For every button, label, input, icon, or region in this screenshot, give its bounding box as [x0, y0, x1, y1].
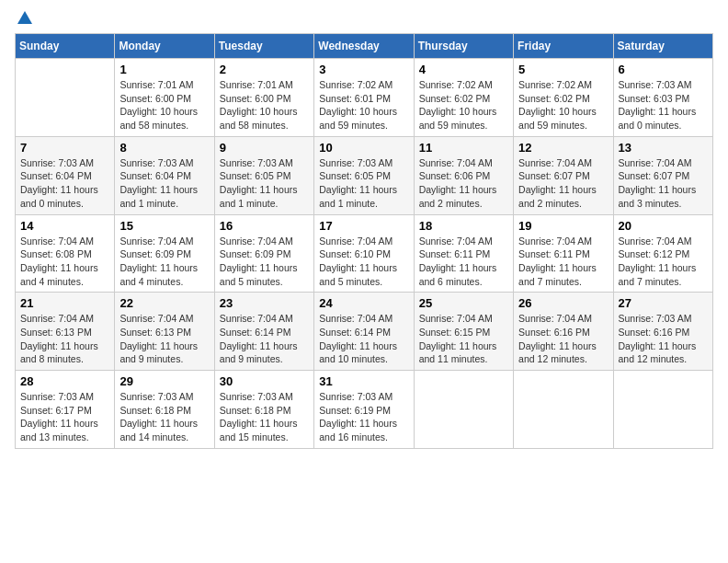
calendar-cell: 10Sunrise: 7:03 AM Sunset: 6:05 PM Dayli… — [314, 136, 414, 214]
calendar-week-row: 7Sunrise: 7:03 AM Sunset: 6:04 PM Daylig… — [16, 136, 713, 214]
day-info: Sunrise: 7:03 AM Sunset: 6:05 PM Dayligh… — [220, 156, 309, 211]
calendar-week-row: 28Sunrise: 7:03 AM Sunset: 6:17 PM Dayli… — [16, 371, 713, 449]
day-info: Sunrise: 7:03 AM Sunset: 6:04 PM Dayligh… — [119, 156, 209, 211]
day-info: Sunrise: 7:04 AM Sunset: 6:07 PM Dayligh… — [619, 156, 708, 211]
calendar-week-row: 1Sunrise: 7:01 AM Sunset: 6:00 PM Daylig… — [16, 59, 713, 137]
day-number: 24 — [319, 296, 408, 310]
calendar-cell: 27Sunrise: 7:03 AM Sunset: 6:16 PM Dayli… — [613, 293, 712, 371]
day-number: 31 — [319, 374, 408, 388]
day-number: 17 — [319, 219, 408, 233]
calendar-cell: 12Sunrise: 7:04 AM Sunset: 6:07 PM Dayli… — [514, 136, 613, 214]
calendar-cell: 11Sunrise: 7:04 AM Sunset: 6:06 PM Dayli… — [414, 136, 513, 214]
calendar-cell: 8Sunrise: 7:03 AM Sunset: 6:04 PM Daylig… — [115, 136, 214, 214]
day-info: Sunrise: 7:04 AM Sunset: 6:06 PM Dayligh… — [419, 156, 508, 211]
day-info: Sunrise: 7:04 AM Sunset: 6:09 PM Dayligh… — [119, 235, 209, 289]
day-number: 6 — [619, 63, 708, 76]
day-info: Sunrise: 7:04 AM Sunset: 6:15 PM Dayligh… — [419, 312, 508, 366]
day-number: 11 — [419, 141, 508, 155]
day-number: 5 — [518, 63, 608, 76]
day-number: 28 — [20, 374, 109, 388]
day-number: 7 — [20, 141, 109, 155]
day-number: 10 — [319, 141, 408, 155]
calendar-cell: 25Sunrise: 7:04 AM Sunset: 6:15 PM Dayli… — [414, 293, 513, 371]
day-info: Sunrise: 7:04 AM Sunset: 6:13 PM Dayligh… — [119, 312, 209, 366]
day-info: Sunrise: 7:01 AM Sunset: 6:00 PM Dayligh… — [119, 78, 209, 132]
calendar-cell: 3Sunrise: 7:02 AM Sunset: 6:01 PM Daylig… — [314, 59, 414, 137]
calendar-cell — [16, 59, 115, 137]
day-number: 14 — [20, 219, 109, 233]
day-info: Sunrise: 7:03 AM Sunset: 6:16 PM Dayligh… — [619, 312, 708, 366]
calendar-cell: 1Sunrise: 7:01 AM Sunset: 6:00 PM Daylig… — [115, 59, 214, 137]
logo-triangle-icon — [17, 11, 32, 24]
page-header — [15, 15, 713, 24]
calendar-cell: 15Sunrise: 7:04 AM Sunset: 6:09 PM Dayli… — [115, 214, 214, 293]
calendar-cell: 13Sunrise: 7:04 AM Sunset: 6:07 PM Dayli… — [613, 136, 712, 214]
day-number: 26 — [518, 296, 608, 310]
day-number: 16 — [220, 219, 309, 233]
day-info: Sunrise: 7:04 AM Sunset: 6:14 PM Dayligh… — [319, 312, 408, 366]
day-number: 29 — [119, 374, 209, 388]
day-number: 12 — [518, 141, 608, 155]
calendar-cell: 21Sunrise: 7:04 AM Sunset: 6:13 PM Dayli… — [16, 293, 115, 371]
day-info: Sunrise: 7:02 AM Sunset: 6:02 PM Dayligh… — [518, 78, 608, 132]
day-number: 19 — [518, 219, 608, 233]
day-info: Sunrise: 7:04 AM Sunset: 6:11 PM Dayligh… — [518, 235, 608, 289]
day-number: 22 — [119, 296, 209, 310]
calendar-table: SundayMondayTuesdayWednesdayThursdayFrid… — [15, 33, 713, 449]
calendar-cell — [613, 371, 712, 449]
column-header-sunday: Sunday — [16, 34, 115, 59]
calendar-cell: 6Sunrise: 7:03 AM Sunset: 6:03 PM Daylig… — [613, 59, 712, 137]
calendar-cell — [414, 371, 513, 449]
day-number: 9 — [220, 141, 309, 155]
calendar-cell: 2Sunrise: 7:01 AM Sunset: 6:00 PM Daylig… — [214, 59, 313, 137]
day-number: 3 — [319, 63, 408, 76]
calendar-cell: 24Sunrise: 7:04 AM Sunset: 6:14 PM Dayli… — [314, 293, 414, 371]
day-info: Sunrise: 7:04 AM Sunset: 6:09 PM Dayligh… — [220, 235, 309, 289]
day-info: Sunrise: 7:03 AM Sunset: 6:05 PM Dayligh… — [319, 156, 408, 211]
calendar-cell: 7Sunrise: 7:03 AM Sunset: 6:04 PM Daylig… — [16, 136, 115, 214]
column-header-monday: Monday — [115, 34, 214, 59]
calendar-cell: 29Sunrise: 7:03 AM Sunset: 6:18 PM Dayli… — [115, 371, 214, 449]
day-number: 20 — [619, 219, 708, 233]
day-info: Sunrise: 7:04 AM Sunset: 6:12 PM Dayligh… — [619, 235, 708, 289]
day-info: Sunrise: 7:03 AM Sunset: 6:04 PM Dayligh… — [20, 156, 109, 211]
day-info: Sunrise: 7:01 AM Sunset: 6:00 PM Dayligh… — [220, 78, 309, 132]
calendar-cell: 4Sunrise: 7:02 AM Sunset: 6:02 PM Daylig… — [414, 59, 513, 137]
day-number: 23 — [220, 296, 309, 310]
day-number: 13 — [619, 141, 708, 155]
calendar-cell: 28Sunrise: 7:03 AM Sunset: 6:17 PM Dayli… — [16, 371, 115, 449]
calendar-week-row: 14Sunrise: 7:04 AM Sunset: 6:08 PM Dayli… — [16, 214, 713, 293]
calendar-cell: 20Sunrise: 7:04 AM Sunset: 6:12 PM Dayli… — [613, 214, 712, 293]
day-info: Sunrise: 7:03 AM Sunset: 6:18 PM Dayligh… — [220, 390, 309, 444]
calendar-cell: 30Sunrise: 7:03 AM Sunset: 6:18 PM Dayli… — [214, 371, 313, 449]
day-info: Sunrise: 7:04 AM Sunset: 6:14 PM Dayligh… — [220, 312, 309, 366]
calendar-cell: 23Sunrise: 7:04 AM Sunset: 6:14 PM Dayli… — [214, 293, 313, 371]
column-header-saturday: Saturday — [613, 34, 712, 59]
logo — [15, 15, 32, 24]
column-header-wednesday: Wednesday — [314, 34, 414, 59]
calendar-cell: 31Sunrise: 7:03 AM Sunset: 6:19 PM Dayli… — [314, 371, 414, 449]
day-number: 1 — [119, 63, 209, 76]
day-number: 2 — [220, 63, 309, 76]
day-number: 25 — [419, 296, 508, 310]
calendar-cell: 19Sunrise: 7:04 AM Sunset: 6:11 PM Dayli… — [514, 214, 613, 293]
day-info: Sunrise: 7:03 AM Sunset: 6:18 PM Dayligh… — [119, 390, 209, 444]
calendar-cell: 5Sunrise: 7:02 AM Sunset: 6:02 PM Daylig… — [514, 59, 613, 137]
calendar-cell: 9Sunrise: 7:03 AM Sunset: 6:05 PM Daylig… — [214, 136, 313, 214]
day-info: Sunrise: 7:03 AM Sunset: 6:19 PM Dayligh… — [319, 390, 408, 444]
day-info: Sunrise: 7:04 AM Sunset: 6:08 PM Dayligh… — [20, 235, 109, 289]
day-info: Sunrise: 7:04 AM Sunset: 6:16 PM Dayligh… — [518, 312, 608, 366]
calendar-cell: 17Sunrise: 7:04 AM Sunset: 6:10 PM Dayli… — [314, 214, 414, 293]
day-info: Sunrise: 7:04 AM Sunset: 6:13 PM Dayligh… — [20, 312, 109, 366]
calendar-header-row: SundayMondayTuesdayWednesdayThursdayFrid… — [16, 34, 713, 59]
day-number: 27 — [619, 296, 708, 310]
calendar-cell: 26Sunrise: 7:04 AM Sunset: 6:16 PM Dayli… — [514, 293, 613, 371]
day-info: Sunrise: 7:03 AM Sunset: 6:17 PM Dayligh… — [20, 390, 109, 444]
calendar-cell: 18Sunrise: 7:04 AM Sunset: 6:11 PM Dayli… — [414, 214, 513, 293]
day-number: 15 — [119, 219, 209, 233]
calendar-cell: 14Sunrise: 7:04 AM Sunset: 6:08 PM Dayli… — [16, 214, 115, 293]
day-info: Sunrise: 7:02 AM Sunset: 6:02 PM Dayligh… — [419, 78, 508, 132]
day-number: 8 — [119, 141, 209, 155]
calendar-cell — [514, 371, 613, 449]
day-number: 18 — [419, 219, 508, 233]
